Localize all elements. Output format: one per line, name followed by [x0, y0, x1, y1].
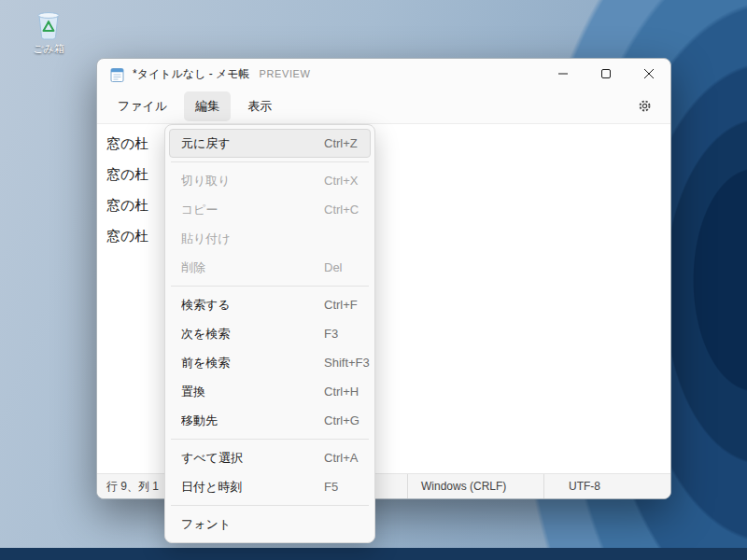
edit-menu-dropdown: 元に戻すCtrl+Z切り取りCtrl+XコピーCtrl+C貼り付け削除Del検索… — [164, 124, 375, 543]
menu-separator — [171, 439, 369, 440]
line-ending-indicator: Windows (CRLF) — [407, 474, 543, 498]
menu-item-shortcut: Ctrl+H — [324, 385, 359, 399]
title-bar[interactable]: *タイトルなし - メモ帳 PREVIEW — [97, 59, 670, 89]
edit-menu-item-select-all[interactable]: すべて選択Ctrl+A — [169, 443, 371, 472]
minimize-icon — [558, 69, 568, 78]
edit-menu-item-cut: 切り取りCtrl+X — [169, 166, 371, 195]
menu-separator — [171, 505, 369, 506]
maximize-button[interactable] — [585, 59, 627, 89]
menu-item-label: 日付と時刻 — [181, 479, 324, 496]
edit-menu-item-find-next[interactable]: 次を検索F3 — [169, 319, 371, 348]
menu-item-shortcut: Ctrl+C — [324, 203, 359, 217]
recycle-bin-icon — [33, 7, 64, 41]
menu-item-label: 次を検索 — [181, 326, 324, 343]
desktop: ごみ箱 *タイトルなし - メモ帳 PREVIEW — [0, 0, 747, 560]
edit-menu-item-find[interactable]: 検索するCtrl+F — [169, 290, 371, 319]
menu-item-label: 元に戻す — [181, 135, 324, 152]
edit-menu-item-undo[interactable]: 元に戻すCtrl+Z — [169, 129, 371, 158]
menu-item-shortcut: F3 — [324, 327, 338, 341]
recycle-bin-label: ごみ箱 — [33, 42, 64, 56]
menu-file[interactable]: ファイル — [106, 91, 178, 121]
settings-button[interactable] — [626, 99, 663, 113]
menu-item-label: 前を検索 — [181, 355, 324, 371]
taskbar[interactable] — [0, 548, 747, 560]
menu-item-label: 貼り付け — [181, 231, 324, 247]
edit-menu-item-copy: コピーCtrl+C — [169, 195, 371, 224]
menu-separator — [171, 286, 369, 287]
encoding-indicator: UTF-8 — [543, 474, 670, 498]
menu-item-label: 検索する — [181, 297, 324, 314]
edit-menu-item-find-previous[interactable]: 前を検索Shift+F3 — [169, 348, 371, 377]
edit-menu-item-go-to[interactable]: 移動先Ctrl+G — [169, 406, 371, 435]
recycle-bin-shortcut[interactable]: ごみ箱 — [24, 7, 73, 56]
menu-item-label: 移動先 — [181, 413, 324, 429]
menu-bar: ファイル編集表示 — [97, 89, 670, 124]
notepad-window: *タイトルなし - メモ帳 PREVIEW — [96, 58, 671, 499]
window-title: *タイトルなし - メモ帳 — [133, 66, 250, 82]
menu-item-shortcut: Shift+F3 — [324, 356, 370, 370]
close-button[interactable] — [627, 59, 670, 89]
caption-buttons — [542, 59, 670, 89]
maximize-icon — [601, 69, 611, 78]
menu-item-shortcut: Ctrl+F — [324, 298, 358, 312]
menu-item-shortcut: F5 — [324, 480, 338, 494]
edit-menu-item-paste: 貼り付け — [169, 224, 371, 253]
gear-icon — [638, 99, 652, 113]
menu-item-label: フォント — [181, 516, 324, 533]
edit-menu-item-replace[interactable]: 置換Ctrl+H — [169, 377, 371, 406]
menu-item-label: 切り取り — [181, 173, 324, 189]
notepad-app-icon — [110, 66, 124, 82]
menu-edit[interactable]: 編集 — [184, 91, 231, 121]
menu-item-shortcut: Ctrl+X — [324, 174, 358, 188]
edit-menu-item-font[interactable]: フォント — [169, 510, 371, 539]
menu-item-label: 置換 — [181, 384, 324, 400]
edit-menu-item-delete: 削除Del — [169, 253, 371, 282]
menu-item-shortcut: Ctrl+Z — [324, 136, 358, 150]
preview-badge: PREVIEW — [260, 68, 311, 79]
menu-item-label: すべて選択 — [181, 450, 324, 467]
edit-menu-item-date-time[interactable]: 日付と時刻F5 — [169, 472, 371, 501]
menu-separator — [171, 161, 369, 162]
menu-item-label: 削除 — [181, 259, 324, 276]
menu-item-shortcut: Del — [324, 260, 343, 274]
menu-item-shortcut: Ctrl+A — [324, 451, 358, 465]
menu-bar-items: ファイル編集表示 — [105, 91, 283, 121]
minimize-button[interactable] — [542, 59, 585, 89]
menu-view[interactable]: 表示 — [236, 91, 283, 121]
close-icon — [644, 69, 654, 78]
menu-item-shortcut: Ctrl+G — [324, 413, 359, 427]
menu-item-label: コピー — [181, 202, 324, 218]
